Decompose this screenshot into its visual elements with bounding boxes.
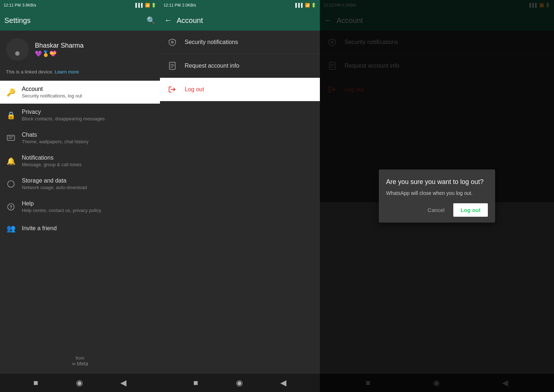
privacy-item-title: Privacy — [22, 109, 105, 115]
status-bar-1: 12:11 PM 3.8KB/s ▌▌▌ 📶 🔋 — [0, 0, 160, 10]
storage-item-text: Storage and data Network usage, auto-dow… — [22, 177, 87, 190]
network-speed-1: 3.8KB/s — [22, 3, 36, 7]
account-item-logout[interactable]: Log out — [160, 78, 320, 101]
request-icon — [167, 61, 177, 71]
profile-name: Bhaskar Sharma — [35, 42, 84, 49]
security-icon — [167, 37, 177, 47]
nav-square-icon[interactable]: ■ — [33, 378, 38, 388]
chats-item-text: Chats Theme, wallpapers, chat history — [22, 132, 89, 144]
learn-more-link[interactable]: Learn more — [55, 69, 79, 75]
battery-icon: 🔋 — [151, 3, 156, 8]
account-item-text: Account Security notifications, log out — [22, 86, 82, 99]
account-title: Account — [177, 16, 316, 25]
dialog-body: WhatsApp will close when you log out. — [386, 190, 488, 196]
bottom-nav-2: ■ ◉ ◀ — [160, 374, 320, 392]
help-icon: ? — [6, 202, 16, 212]
svg-text:?: ? — [9, 204, 12, 210]
svg-point-3 — [8, 181, 14, 187]
network-speed-2: 2.0KB/s — [182, 3, 196, 7]
privacy-item-text: Privacy Block contacts, disappearing mes… — [22, 109, 105, 121]
settings-panel: 12:11 PM 3.8KB/s ▌▌▌ 📶 🔋 Settings 🔍 Bhas… — [0, 0, 160, 392]
account-panel: 12:11 PM 2.0KB/s ▌▌▌ 📶 🔋 ← Account Secur… — [160, 0, 320, 392]
logout-dialog: Are you sure you want to log out? WhatsA… — [379, 169, 495, 223]
notifications-item-title: Notifications — [22, 155, 81, 161]
nav-home-icon[interactable]: ◉ — [76, 378, 83, 388]
help-item-text: Help Help centre, contact us, privacy po… — [22, 200, 101, 213]
signal-icon-2: ▌▌▌ — [296, 3, 304, 7]
notifications-item-subtitle: Message, group & call tones — [22, 162, 81, 167]
linked-device-notice: This is a linked device. Learn more — [0, 67, 160, 80]
request-label: Request account info — [185, 63, 239, 69]
notifications-item-text: Notifications Message, group & call tone… — [22, 155, 81, 167]
settings-list: 🔑 Account Security notifications, log ou… — [0, 81, 160, 348]
meta-logo: ∞ Meta — [7, 361, 153, 367]
from-meta: from ∞ Meta — [0, 348, 160, 374]
account-app-bar: ← Account — [160, 10, 320, 31]
profile-section[interactable]: Bhaskar Sharma 💜🏅💝 — [0, 31, 160, 67]
cancel-button[interactable]: Cancel — [422, 203, 450, 217]
chats-item-title: Chats — [22, 132, 89, 138]
logout-icon — [167, 84, 177, 95]
bottom-nav-1: ■ ◉ ◀ — [0, 374, 160, 392]
privacy-icon: 🔒 — [6, 110, 16, 120]
account-item-security[interactable]: Security notifications — [160, 31, 320, 54]
back-arrow-2[interactable]: ← — [164, 16, 172, 25]
dialog-overlay: Are you sure you want to log out? WhatsA… — [320, 0, 554, 392]
battery-icon-2: 🔋 — [311, 3, 316, 8]
settings-item-chats[interactable]: Chats Theme, wallpapers, chat history — [0, 127, 160, 149]
account-item-subtitle: Security notifications, log out — [22, 93, 82, 99]
settings-item-notifications[interactable]: 🔔 Notifications Message, group & call to… — [0, 149, 160, 172]
help-item-subtitle: Help centre, contact us, privacy policy — [22, 208, 101, 213]
account-item-request[interactable]: Request account info — [160, 54, 320, 78]
status-bar-right: ▌▌▌ 📶 🔋 — [136, 3, 156, 8]
logout-confirm-button[interactable]: Log out — [453, 203, 488, 217]
wifi-icon: 📶 — [145, 3, 150, 8]
status-bar-2-left: 12:11 PM 2.0KB/s — [164, 3, 196, 7]
storage-icon — [6, 179, 16, 189]
from-text: from — [7, 356, 153, 361]
status-bar-2-right: ▌▌▌ 📶 🔋 — [296, 3, 316, 8]
nav-square-icon-2[interactable]: ■ — [193, 378, 198, 388]
settings-item-storage[interactable]: Storage and data Network usage, auto-dow… — [0, 172, 160, 195]
settings-item-invite[interactable]: 👥 Invite a friend — [0, 218, 160, 239]
panel-3-bg: 12:12 PM 0.2KB/s ▌▌▌ 📶 🔋 ← Account — [320, 0, 554, 392]
time-2: 12:11 PM — [164, 3, 181, 7]
profile-info: Bhaskar Sharma 💜🏅💝 — [35, 42, 84, 57]
security-label: Security notifications — [185, 39, 238, 45]
storage-item-subtitle: Network usage, auto-download — [22, 185, 87, 190]
invite-item-text: Invite a friend — [22, 225, 57, 232]
settings-item-privacy[interactable]: 🔒 Privacy Block contacts, disappearing m… — [0, 104, 160, 127]
account-menu: Security notifications Request account i… — [160, 31, 320, 374]
privacy-item-subtitle: Block contacts, disappearing messages — [22, 116, 105, 121]
settings-title: Settings — [4, 16, 142, 25]
invite-icon: 👥 — [6, 223, 16, 233]
avatar — [6, 38, 29, 61]
notifications-icon: 🔔 — [6, 156, 16, 166]
chats-icon — [6, 133, 16, 143]
time-1: 12:11 PM — [4, 3, 21, 7]
dialog-actions: Cancel Log out — [386, 203, 488, 217]
status-bar-left: 12:11 PM 3.8KB/s — [4, 3, 36, 7]
wifi-icon-2: 📶 — [305, 3, 310, 8]
account-icon: 🔑 — [6, 87, 16, 97]
invite-item-title: Invite a friend — [22, 225, 57, 232]
linked-device-text: This is a linked device. — [6, 69, 53, 75]
help-item-title: Help — [22, 200, 101, 207]
chats-item-subtitle: Theme, wallpapers, chat history — [22, 139, 89, 144]
account-item-title: Account — [22, 86, 82, 92]
status-bar-2: 12:11 PM 2.0KB/s ▌▌▌ 📶 🔋 — [160, 0, 320, 10]
search-icon[interactable]: 🔍 — [146, 16, 156, 25]
settings-item-account[interactable]: 🔑 Account Security notifications, log ou… — [0, 81, 160, 104]
nav-back-icon[interactable]: ◀ — [120, 378, 127, 388]
svg-point-6 — [172, 41, 173, 43]
profile-emoji: 💜🏅💝 — [35, 50, 84, 57]
nav-home-icon-2[interactable]: ◉ — [236, 378, 243, 388]
dialog-title: Are you sure you want to log out? — [386, 178, 488, 186]
logout-label: Log out — [185, 86, 204, 93]
settings-app-bar: Settings 🔍 — [0, 10, 160, 31]
svg-rect-0 — [7, 135, 15, 140]
storage-item-title: Storage and data — [22, 177, 87, 184]
signal-icon: ▌▌▌ — [136, 3, 144, 7]
settings-item-help[interactable]: ? Help Help centre, contact us, privacy … — [0, 195, 160, 218]
nav-back-icon-2[interactable]: ◀ — [280, 378, 286, 388]
